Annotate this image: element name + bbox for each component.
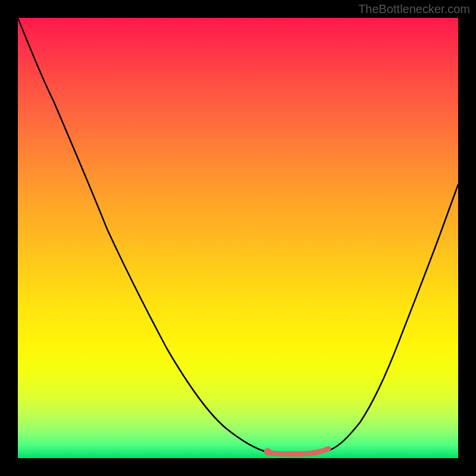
min-marker-dot [264,448,271,455]
min-marker-flat [267,449,328,454]
bottleneck-curve [18,18,458,454]
curve-svg [18,18,458,458]
watermark-text: TheBottlenecker.com [358,2,470,16]
plot-area [18,18,458,458]
chart-frame: TheBottlenecker.com [0,0,476,476]
